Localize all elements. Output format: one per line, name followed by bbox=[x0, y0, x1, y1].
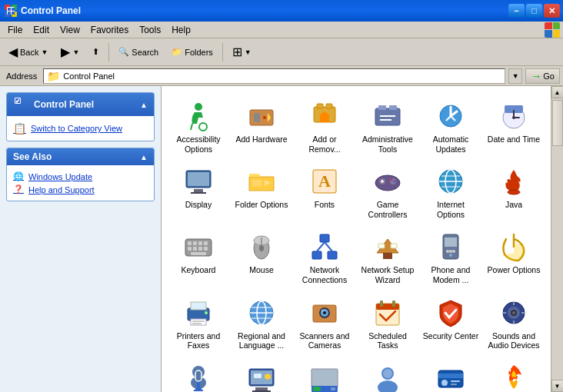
icon-label-16: Phone and Modem ... bbox=[422, 265, 479, 284]
icon-item-add-hardware[interactable]: Add Hardware bbox=[231, 95, 292, 159]
icon-item-scanners-and-cameras[interactable]: Scanners and Cameras bbox=[294, 292, 355, 356]
scroll-thumb[interactable] bbox=[552, 100, 563, 146]
icon-item-folder-options[interactable]: Folder Options bbox=[231, 161, 292, 224]
control-panel-header[interactable]: Control Panel ▲ bbox=[7, 93, 154, 116]
see-also-collapse-icon[interactable]: ▲ bbox=[140, 153, 148, 161]
icon-item-accessibility-options[interactable]: Accessibility Options bbox=[168, 95, 229, 159]
menu-bar: File Edit View Favorites Tools Help bbox=[0, 22, 563, 38]
control-panel-header-icon bbox=[13, 96, 30, 113]
icon-item-windows-cardspace[interactable]: Windows CardSpace bbox=[420, 357, 481, 392]
icon-item-display[interactable]: Display bbox=[168, 161, 229, 224]
svg-rect-76 bbox=[192, 321, 205, 322]
help-support-icon: ❓ bbox=[13, 184, 24, 194]
icon-label-4: Automatic Updates bbox=[422, 135, 479, 154]
svg-point-68 bbox=[446, 250, 449, 253]
menu-favorites[interactable]: Favorites bbox=[86, 23, 133, 37]
svg-rect-17 bbox=[317, 104, 323, 108]
windows-update-link[interactable]: 🌐 Windows Update bbox=[13, 170, 148, 183]
menu-edit[interactable]: Edit bbox=[28, 23, 54, 37]
icon-item-phone-and-modem----[interactable]: Phone and Modem ... bbox=[420, 226, 481, 290]
menu-help[interactable]: Help bbox=[167, 23, 195, 37]
icon-item-network-connections[interactable]: Network Connections bbox=[294, 226, 355, 290]
icon-item-power-options[interactable]: Power Options bbox=[483, 226, 545, 290]
panel-header-left: Control Panel bbox=[13, 96, 94, 113]
icon-item-date-and-time[interactable]: Date and Time bbox=[483, 95, 545, 159]
icon-label-12: Keyboard bbox=[182, 265, 216, 275]
icon-image-26 bbox=[309, 363, 340, 392]
svg-point-86 bbox=[323, 311, 326, 314]
views-button[interactable]: ⊞ ▼ bbox=[227, 42, 257, 63]
icon-image-24 bbox=[183, 363, 214, 392]
maximize-button[interactable]: □ bbox=[526, 4, 542, 18]
panel-collapse-icon[interactable]: ▲ bbox=[140, 101, 148, 109]
forward-button[interactable]: ▶ ▼ bbox=[55, 42, 85, 63]
svg-rect-6 bbox=[12, 8, 15, 11]
scroll-up-button[interactable]: ▲ bbox=[551, 86, 564, 98]
svg-rect-116 bbox=[451, 384, 457, 385]
icon-item-internet-options[interactable]: Internet Options bbox=[420, 161, 481, 224]
svg-rect-21 bbox=[389, 105, 397, 110]
menu-view[interactable]: View bbox=[55, 23, 85, 37]
svg-rect-59 bbox=[312, 251, 321, 259]
icon-item-scheduled-tasks[interactable]: Scheduled Tasks bbox=[357, 292, 418, 356]
icon-item-taskbar-and-start-menu[interactable]: Taskbar and Start Menu bbox=[294, 357, 355, 392]
back-button[interactable]: ◀ Back ▼ bbox=[3, 42, 53, 63]
svg-rect-48 bbox=[204, 241, 208, 245]
icon-item-user-accounts[interactable]: User Accounts bbox=[357, 357, 418, 392]
icon-item-add-or-remov---[interactable]: Add or Remov... bbox=[294, 95, 355, 159]
icon-item-security-center[interactable]: Security Center bbox=[420, 292, 481, 356]
logo-blue bbox=[545, 30, 552, 38]
icon-image-8: A bbox=[309, 166, 340, 197]
help-support-link[interactable]: ❓ Help and Support bbox=[13, 183, 148, 196]
svg-point-96 bbox=[192, 366, 205, 378]
icon-item-printers-and-faxes[interactable]: Printers and Faxes bbox=[168, 292, 229, 356]
menu-file[interactable]: File bbox=[3, 23, 27, 37]
svg-rect-77 bbox=[192, 323, 202, 324]
svg-point-36 bbox=[391, 179, 393, 181]
menu-tools[interactable]: Tools bbox=[135, 23, 165, 37]
svg-point-111 bbox=[383, 369, 392, 378]
icon-item-administrative-tools[interactable]: Administrative Tools bbox=[357, 95, 418, 159]
svg-point-15 bbox=[263, 116, 266, 119]
go-button[interactable]: → Go bbox=[525, 68, 560, 84]
scroll-down-button[interactable]: ▼ bbox=[551, 380, 564, 392]
icon-item-fonts[interactable]: AFonts bbox=[294, 161, 355, 224]
svg-rect-112 bbox=[438, 370, 463, 387]
folders-label: Folders bbox=[185, 48, 213, 57]
icon-item-game-controllers[interactable]: Game Controllers bbox=[357, 161, 418, 224]
icon-image-3 bbox=[372, 101, 403, 131]
forward-dropdown-icon: ▼ bbox=[72, 48, 79, 56]
folders-button[interactable]: 📁 Folders bbox=[166, 42, 218, 63]
address-field[interactable]: 📁 Control Panel bbox=[43, 68, 505, 84]
icon-item-windows-firewall[interactable]: Windows Firewall bbox=[483, 357, 545, 392]
icon-item-system[interactable]: System bbox=[231, 357, 292, 392]
svg-text:A: A bbox=[318, 171, 331, 191]
icon-item-sounds-and-audio-devices[interactable]: Sounds and Audio Devices bbox=[483, 292, 545, 356]
close-button[interactable]: ✕ bbox=[544, 4, 560, 18]
svg-rect-53 bbox=[191, 252, 206, 255]
icon-item-speech[interactable]: Speech bbox=[168, 357, 229, 392]
icon-item-mouse[interactable]: Mouse bbox=[231, 226, 292, 290]
windows-logo-area bbox=[545, 22, 560, 38]
svg-point-110 bbox=[378, 380, 398, 392]
svg-rect-73 bbox=[191, 302, 206, 310]
logo-green bbox=[553, 22, 561, 30]
search-label: Search bbox=[132, 48, 158, 57]
icon-item-keyboard[interactable]: Keyboard bbox=[168, 226, 229, 290]
icon-item-automatic-updates[interactable]: Automatic Updates bbox=[420, 95, 481, 159]
icon-image-13 bbox=[246, 231, 277, 262]
svg-rect-14 bbox=[254, 113, 260, 122]
svg-point-37 bbox=[394, 181, 396, 183]
minimize-button[interactable]: − bbox=[508, 4, 525, 18]
address-dropdown-button[interactable]: ▼ bbox=[508, 68, 522, 84]
icon-item-network-setup-wizard[interactable]: Network Setup Wizard bbox=[357, 226, 418, 290]
up-button[interactable]: ⬆ bbox=[87, 42, 105, 63]
separator-2 bbox=[222, 43, 223, 61]
svg-rect-64 bbox=[378, 244, 385, 248]
icon-item-java[interactable]: Java bbox=[483, 161, 545, 224]
search-button[interactable]: 🔍 Search bbox=[113, 42, 164, 63]
switch-category-link[interactable]: 📋 Switch to Category View bbox=[13, 121, 148, 136]
see-also-header[interactable]: See Also ▲ bbox=[7, 148, 154, 165]
icon-image-4 bbox=[435, 101, 466, 131]
icon-item-regional-and-language----[interactable]: Regional and Language ... bbox=[231, 292, 292, 356]
